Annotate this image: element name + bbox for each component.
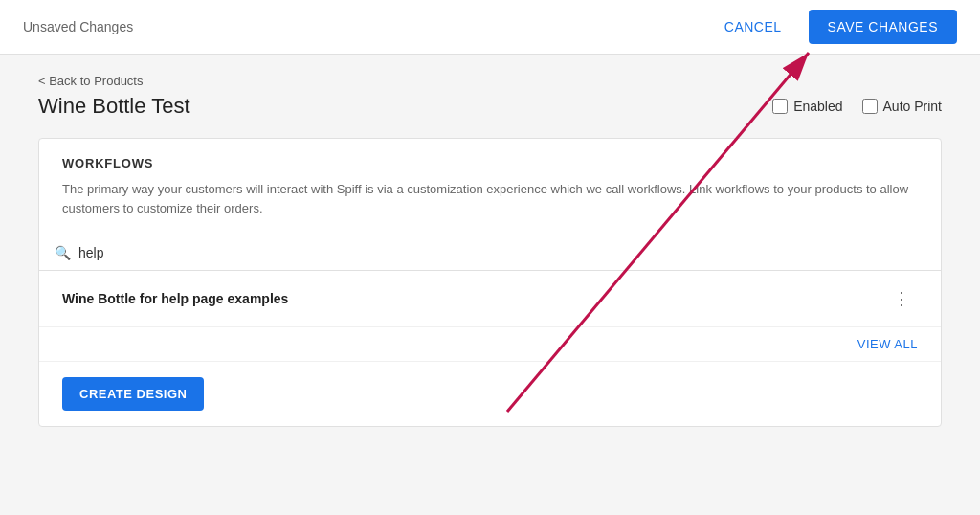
card-description: The primary way your customers will inte…	[62, 180, 918, 217]
back-to-products-link[interactable]: < Back to Products	[38, 74, 942, 88]
page-header: Wine Bottle Test Enabled Auto Print	[38, 94, 942, 119]
search-input[interactable]	[78, 245, 925, 260]
autoprint-checkbox[interactable]	[862, 99, 878, 114]
create-design-button[interactable]: CREATE DESIGN	[62, 377, 204, 411]
list-item-name: Wine Bottle for help page examples	[62, 291, 288, 306]
page-title: Wine Bottle Test	[38, 94, 190, 119]
top-actions: CANCEL SAVE CHANGES	[709, 10, 957, 44]
top-bar: Unsaved Changes CANCEL SAVE CHANGES	[0, 0, 980, 55]
header-checkboxes: Enabled Auto Print	[772, 99, 942, 114]
view-all-row: VIEW ALL	[39, 327, 941, 362]
card-footer: CREATE DESIGN	[39, 362, 941, 426]
autoprint-label: Auto Print	[883, 99, 942, 114]
card-title: WORKFLOWS	[62, 156, 918, 170]
list-item: Wine Bottle for help page examples ⋮	[39, 271, 941, 327]
search-row: 🔍	[39, 235, 941, 271]
card-header: WORKFLOWS The primary way your customers…	[39, 139, 941, 235]
autoprint-checkbox-item[interactable]: Auto Print	[862, 99, 942, 114]
page-content: < Back to Products Wine Bottle Test Enab…	[0, 55, 980, 446]
enabled-checkbox[interactable]	[772, 99, 788, 114]
view-all-link[interactable]: VIEW ALL	[858, 337, 918, 351]
enabled-label: Enabled	[793, 99, 842, 114]
unsaved-label: Unsaved Changes	[23, 19, 133, 34]
save-changes-button[interactable]: SAVE CHANGES	[809, 10, 957, 44]
cancel-button[interactable]: CANCEL	[709, 11, 797, 42]
enabled-checkbox-item[interactable]: Enabled	[772, 99, 842, 114]
search-icon: 🔍	[55, 245, 71, 260]
workflows-card: WORKFLOWS The primary way your customers…	[38, 138, 942, 427]
more-options-icon[interactable]: ⋮	[885, 284, 918, 313]
